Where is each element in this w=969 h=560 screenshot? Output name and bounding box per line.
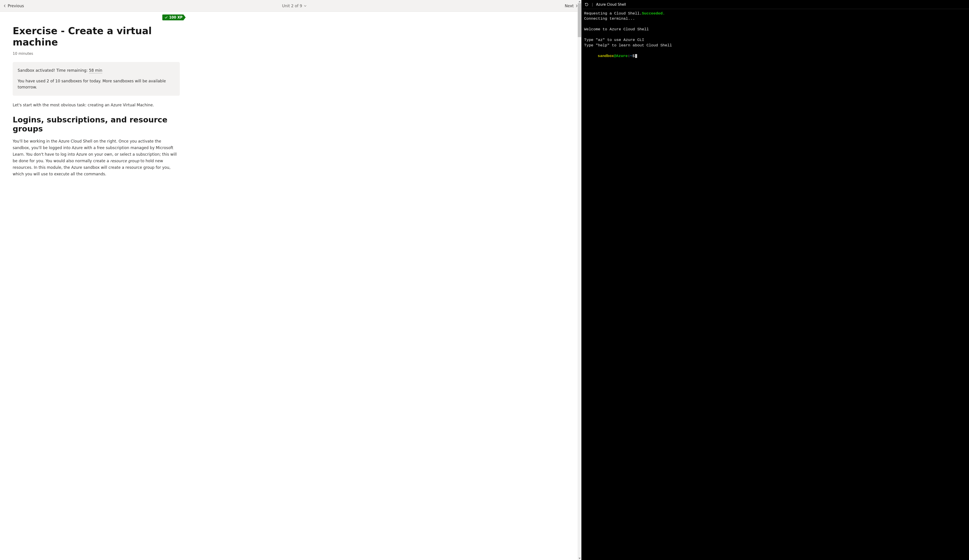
restart-shell-button[interactable]	[584, 2, 589, 7]
prompt-user: sandbox	[598, 54, 614, 58]
term-line-request: Requesting a Cloud Shell.	[584, 11, 642, 16]
prompt-host: @Azure	[614, 54, 628, 58]
chevron-left-icon	[3, 4, 6, 7]
section-heading: Logins, subscriptions, and resource grou…	[13, 115, 180, 134]
xp-badge: 100 XP	[162, 15, 186, 20]
intro-paragraph: Let's start with the most obvious task: …	[13, 102, 180, 108]
sandbox-activated-text: Sandbox activated! Time remaining:	[18, 68, 89, 73]
sandbox-usage-text: You have used 2 of 10 sandboxes for toda…	[18, 78, 175, 90]
cloud-shell-title: Azure Cloud Shell	[596, 2, 626, 7]
unit-selector[interactable]: Unit 2 of 9	[282, 3, 307, 8]
scroll-thumb[interactable]	[578, 3, 581, 37]
restart-icon	[584, 2, 589, 7]
term-line-succeeded: Succeeded.	[642, 11, 665, 16]
next-label: Next	[564, 3, 574, 8]
prompt-end: $	[632, 54, 634, 58]
terminal[interactable]: Requesting a Cloud Shell.Succeeded. Conn…	[581, 9, 969, 560]
prompt-sep: :	[628, 54, 630, 58]
xp-label: 100 XP	[169, 15, 183, 20]
unit-nav-bar: Previous Unit 2 of 9 Next	[0, 0, 581, 12]
unit-label: Unit 2 of 9	[282, 3, 302, 8]
content-area: 100 XP Exercise - Create a virtual machi…	[0, 12, 581, 560]
prompt-path: ~	[630, 54, 632, 58]
section-body-italic: resource group	[110, 159, 139, 163]
term-line-az: Type "az" to use Azure CLI	[584, 38, 644, 42]
previous-button[interactable]: Previous	[3, 3, 24, 8]
next-button[interactable]: Next	[564, 3, 578, 8]
scroll-up-arrow-icon[interactable]	[578, 1, 581, 2]
sandbox-time-remaining: 58 min	[89, 68, 102, 73]
page-duration: 10 minutes	[13, 52, 180, 56]
scrollbar[interactable]	[578, 0, 581, 560]
scroll-down-arrow-icon[interactable]	[578, 558, 581, 559]
previous-label: Previous	[8, 3, 24, 8]
sandbox-status-line: Sandbox activated! Time remaining: 58 mi…	[18, 67, 175, 73]
term-line-welcome: Welcome to Azure Cloud Shell	[584, 27, 649, 32]
cloud-shell-panel: | Azure Cloud Shell Requesting a Cloud S…	[581, 0, 969, 560]
cursor	[635, 54, 637, 58]
header-divider: |	[592, 2, 593, 7]
sandbox-info-box: Sandbox activated! Time remaining: 58 mi…	[13, 62, 180, 96]
chevron-down-icon	[304, 4, 307, 7]
page-title: Exercise - Create a virtual machine	[13, 25, 180, 48]
cloud-shell-header: | Azure Cloud Shell	[581, 0, 969, 9]
check-icon	[165, 16, 168, 19]
term-line-help: Type "help" to learn about Cloud Shell	[584, 43, 672, 48]
term-line-connecting: Connecting terminal...	[584, 17, 635, 21]
section-body: You'll be working in the Azure Cloud She…	[13, 138, 180, 177]
